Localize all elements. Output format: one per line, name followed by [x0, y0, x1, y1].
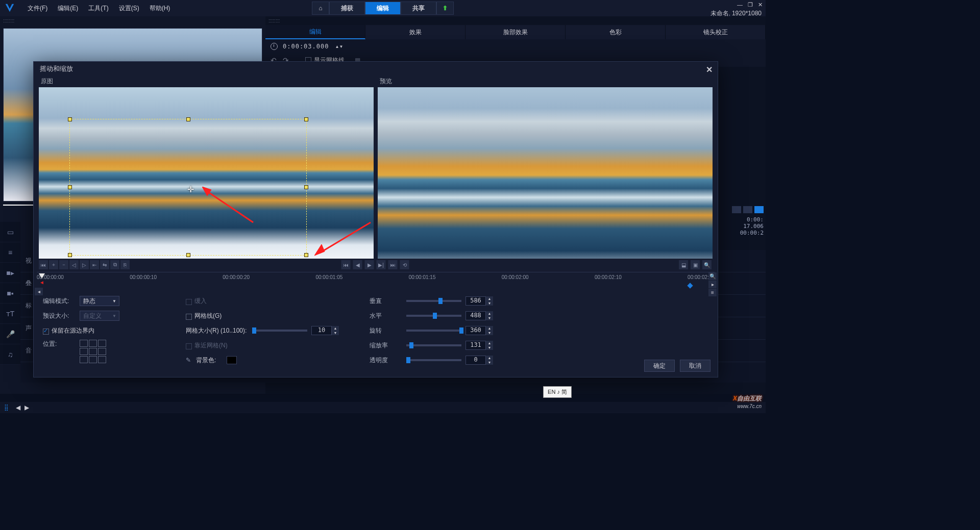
tab-effect[interactable]: 效果	[365, 25, 465, 39]
rotate-slider[interactable]	[406, 330, 461, 332]
menu-settings[interactable]: 设置(S)	[114, 4, 144, 13]
tab-upload[interactable]: ⬆	[436, 2, 454, 15]
tab-share[interactable]: 共享	[401, 2, 436, 15]
dialog-close-button[interactable]: ✕	[706, 65, 713, 74]
menu-edit[interactable]: 编辑(E)	[53, 4, 83, 13]
pos-tl[interactable]	[80, 340, 88, 347]
handle-tl[interactable]	[68, 117, 72, 121]
zoom-up[interactable]: ▲	[486, 341, 493, 345]
tab-edit-sub[interactable]: 编辑	[265, 25, 365, 39]
zoom-slider[interactable]	[406, 344, 461, 346]
music-track-icon[interactable]: ♫	[0, 344, 20, 365]
handle-br[interactable]	[304, 253, 308, 257]
handle-ml[interactable]	[68, 185, 72, 189]
view-mode-2-icon[interactable]	[743, 206, 752, 213]
kf-paste-icon[interactable]: ⎘	[120, 260, 130, 269]
tab-home[interactable]: ⌂	[312, 2, 329, 15]
kf-copy-icon[interactable]: ⧉	[110, 260, 119, 269]
next-frame-icon[interactable]: ▶|	[377, 260, 386, 269]
kf-add-icon[interactable]: ＋	[49, 260, 58, 269]
minimize-icon[interactable]: —	[737, 2, 743, 8]
crop-frame[interactable]: ✛	[69, 119, 307, 256]
kf-prev-icon[interactable]: ⏮	[39, 260, 48, 269]
tab-face[interactable]: 脸部效果	[465, 25, 566, 39]
marker-in-icon[interactable]: ◄	[39, 280, 44, 285]
close-icon[interactable]: ✕	[758, 2, 763, 8]
pos-ml[interactable]	[80, 348, 88, 355]
status-dots-icon[interactable]: ⣿	[4, 404, 9, 411]
zoom-input[interactable]: 131	[465, 341, 486, 350]
overlay-track-icon[interactable]: ■▪	[0, 283, 20, 304]
preset-combo[interactable]: 自定义	[80, 311, 119, 321]
pos-mc[interactable]	[89, 348, 97, 355]
handle-bc[interactable]	[186, 253, 190, 257]
actual-icon[interactable]: ▣	[691, 260, 700, 269]
tl-scroll-left[interactable]: ◂	[35, 288, 43, 295]
opacity-up[interactable]: ▲	[486, 356, 493, 360]
handle-mr[interactable]	[304, 185, 308, 189]
restore-icon[interactable]: ❐	[748, 2, 753, 8]
vert-slider[interactable]	[406, 300, 461, 302]
original-image[interactable]: ✛	[39, 87, 374, 259]
zoom-icon[interactable]: 🔍	[702, 260, 712, 269]
pos-mr[interactable]	[98, 348, 106, 355]
gridsize-down[interactable]: ▼	[332, 331, 339, 335]
horiz-down[interactable]: ▼	[486, 316, 493, 320]
view-mode-1-icon[interactable]	[732, 206, 741, 213]
center-cross-icon[interactable]: ✛	[187, 185, 194, 194]
first-frame-icon[interactable]: ⏮	[341, 260, 351, 269]
menu-help[interactable]: 帮助(H)	[144, 4, 176, 13]
tl-collapse-icon[interactable]: ≡	[708, 289, 717, 296]
rotate-down[interactable]: ▼	[486, 331, 493, 335]
editmode-combo[interactable]: 静态	[80, 296, 119, 306]
title-track-icon[interactable]: ᴛT	[0, 304, 20, 324]
eyedropper-icon[interactable]: ✎	[186, 357, 193, 364]
last-frame-icon[interactable]: ⏭	[388, 260, 398, 269]
opacity-slider[interactable]	[406, 359, 461, 361]
kf-mirror-icon[interactable]: ⇆	[100, 260, 109, 269]
ime-indicator[interactable]: EN ♪ 简	[543, 386, 572, 398]
handle-tc[interactable]	[186, 117, 190, 121]
voice-track-icon[interactable]: 🎤	[0, 324, 20, 344]
storyboard-icon[interactable]: ▭	[0, 222, 20, 242]
horiz-up[interactable]: ▲	[486, 311, 493, 316]
pos-bc[interactable]	[89, 356, 97, 363]
fit-icon[interactable]: ⬓	[679, 260, 688, 269]
pos-tr[interactable]	[98, 340, 106, 347]
duration-value[interactable]: 0:00:03.000	[283, 43, 329, 50]
tl-scroll-right[interactable]: ▸	[708, 281, 717, 288]
drag-handle-right[interactable]: ::::::::	[265, 16, 766, 25]
tab-color[interactable]: 色彩	[566, 25, 666, 39]
play-icon[interactable]: ▶	[365, 260, 374, 269]
menu-file[interactable]: 文件(F)	[22, 4, 53, 13]
tab-capture[interactable]: 捕获	[329, 2, 365, 15]
keepbounds-checkbox[interactable]	[43, 329, 49, 335]
kf-del-icon[interactable]: －	[59, 260, 68, 269]
view-mode-3-icon[interactable]	[754, 206, 764, 213]
prev-frame-icon[interactable]: ◀	[353, 260, 362, 269]
zoom-slider-icon[interactable]: 🔍	[708, 272, 717, 280]
gridlines-checkbox[interactable]	[186, 314, 192, 320]
handle-bl[interactable]	[68, 253, 72, 257]
gridsize-slider[interactable]	[252, 330, 307, 332]
pos-bl[interactable]	[80, 356, 88, 363]
opacity-down[interactable]: ▼	[486, 360, 493, 365]
position-grid[interactable]	[80, 340, 106, 363]
tab-lens[interactable]: 镜头校正	[666, 25, 766, 39]
pos-tc[interactable]	[89, 340, 97, 347]
menu-tools[interactable]: 工具(T)	[83, 4, 113, 13]
gridsize-input[interactable]: 10	[311, 326, 332, 335]
drag-handle-left[interactable]: ::::::::	[0, 16, 265, 25]
rotate-input[interactable]: 360	[465, 326, 486, 335]
horiz-slider[interactable]	[406, 315, 461, 317]
status-next-icon[interactable]: ▶	[24, 404, 29, 411]
zoom-down[interactable]: ▼	[486, 345, 493, 350]
video-track-icon[interactable]: ■▸	[0, 263, 20, 283]
kf-fwd-icon[interactable]: ▷	[80, 260, 89, 269]
handle-tr[interactable]	[304, 117, 308, 121]
ok-button[interactable]: 确定	[644, 360, 675, 372]
cancel-button[interactable]: 取消	[680, 360, 710, 372]
status-prev-icon[interactable]: ◀	[16, 404, 20, 411]
opacity-input[interactable]: 0	[465, 356, 486, 365]
vert-input[interactable]: 586	[465, 296, 486, 306]
